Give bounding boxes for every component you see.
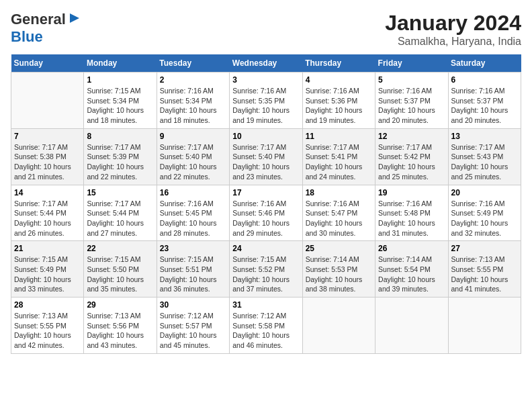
calendar-cell: 4Sunrise: 7:16 AM Sunset: 5:36 PM Daylig… [302, 73, 375, 129]
day-info: Sunrise: 7:13 AM Sunset: 5:55 PM Dayligh… [451, 255, 518, 294]
day-number: 20 [451, 188, 518, 197]
day-number: 5 [378, 75, 445, 85]
day-info: Sunrise: 7:17 AM Sunset: 5:40 PM Dayligh… [160, 142, 226, 182]
day-number: 1 [87, 75, 153, 85]
calendar-cell [375, 298, 448, 354]
day-number: 6 [451, 75, 518, 85]
day-info: Sunrise: 7:16 AM Sunset: 5:48 PM Dayligh… [378, 199, 445, 238]
calendar-cell: 9Sunrise: 7:17 AM Sunset: 5:40 PM Daylig… [157, 128, 229, 185]
calendar-header-row: SundayMondayTuesdayWednesdayThursdayFrid… [11, 54, 521, 73]
day-number: 31 [232, 300, 299, 310]
calendar-cell: 30Sunrise: 7:12 AM Sunset: 5:57 PM Dayli… [157, 298, 229, 354]
day-info: Sunrise: 7:17 AM Sunset: 5:42 PM Dayligh… [378, 142, 445, 182]
logo-arrow-icon [69, 12, 81, 27]
day-number: 14 [14, 188, 81, 197]
svg-marker-0 [70, 13, 79, 23]
day-info: Sunrise: 7:12 AM Sunset: 5:57 PM Dayligh… [160, 311, 226, 351]
weekday-header-friday: Friday [375, 54, 448, 73]
logo-general: General [11, 11, 66, 28]
day-number: 21 [14, 244, 81, 253]
calendar-cell: 1Sunrise: 7:15 AM Sunset: 5:34 PM Daylig… [84, 73, 157, 129]
day-number: 4 [306, 75, 372, 85]
day-info: Sunrise: 7:16 AM Sunset: 5:47 PM Dayligh… [306, 199, 372, 238]
day-number: 12 [378, 132, 445, 141]
calendar-cell: 20Sunrise: 7:16 AM Sunset: 5:49 PM Dayli… [448, 185, 521, 241]
calendar-cell: 12Sunrise: 7:17 AM Sunset: 5:42 PM Dayli… [375, 128, 448, 185]
calendar-cell: 27Sunrise: 7:13 AM Sunset: 5:55 PM Dayli… [448, 241, 521, 298]
day-info: Sunrise: 7:17 AM Sunset: 5:43 PM Dayligh… [451, 142, 518, 182]
logo: General Blue [11, 11, 81, 46]
calendar-cell: 10Sunrise: 7:17 AM Sunset: 5:40 PM Dayli… [230, 128, 302, 185]
day-info: Sunrise: 7:16 AM Sunset: 5:34 PM Dayligh… [160, 86, 226, 126]
day-info: Sunrise: 7:16 AM Sunset: 5:46 PM Dayligh… [232, 199, 299, 238]
day-number: 30 [160, 300, 226, 310]
day-info: Sunrise: 7:17 AM Sunset: 5:41 PM Dayligh… [306, 142, 372, 182]
day-info: Sunrise: 7:17 AM Sunset: 5:40 PM Dayligh… [232, 142, 299, 182]
day-info: Sunrise: 7:16 AM Sunset: 5:49 PM Dayligh… [451, 199, 518, 238]
weekday-header-saturday: Saturday [448, 54, 521, 73]
title-block: January 2024 Samalkha, Haryana, India [385, 11, 521, 48]
calendar-cell: 2Sunrise: 7:16 AM Sunset: 5:34 PM Daylig… [157, 73, 229, 129]
day-number: 25 [306, 244, 372, 253]
day-info: Sunrise: 7:15 AM Sunset: 5:51 PM Dayligh… [160, 255, 226, 294]
calendar-week-row: 14Sunrise: 7:17 AM Sunset: 5:44 PM Dayli… [11, 185, 521, 241]
day-info: Sunrise: 7:16 AM Sunset: 5:36 PM Dayligh… [306, 86, 372, 126]
weekday-header-sunday: Sunday [11, 54, 84, 73]
calendar-week-row: 1Sunrise: 7:15 AM Sunset: 5:34 PM Daylig… [11, 73, 521, 129]
calendar-cell: 14Sunrise: 7:17 AM Sunset: 5:44 PM Dayli… [11, 185, 84, 241]
calendar-cell: 28Sunrise: 7:13 AM Sunset: 5:55 PM Dayli… [11, 298, 84, 354]
calendar-cell: 16Sunrise: 7:16 AM Sunset: 5:45 PM Dayli… [157, 185, 229, 241]
day-info: Sunrise: 7:15 AM Sunset: 5:49 PM Dayligh… [14, 255, 81, 294]
day-info: Sunrise: 7:15 AM Sunset: 5:52 PM Dayligh… [232, 255, 299, 294]
calendar-cell: 3Sunrise: 7:16 AM Sunset: 5:35 PM Daylig… [230, 73, 302, 129]
day-info: Sunrise: 7:16 AM Sunset: 5:37 PM Dayligh… [451, 86, 518, 126]
calendar-cell: 31Sunrise: 7:12 AM Sunset: 5:58 PM Dayli… [230, 298, 302, 354]
day-number: 13 [451, 132, 518, 141]
day-number: 8 [87, 132, 153, 141]
calendar-cell: 18Sunrise: 7:16 AM Sunset: 5:47 PM Dayli… [302, 185, 375, 241]
calendar-cell: 13Sunrise: 7:17 AM Sunset: 5:43 PM Dayli… [448, 128, 521, 185]
calendar-week-row: 28Sunrise: 7:13 AM Sunset: 5:55 PM Dayli… [11, 298, 521, 354]
day-number: 2 [160, 75, 226, 85]
calendar-week-row: 7Sunrise: 7:17 AM Sunset: 5:38 PM Daylig… [11, 128, 521, 185]
calendar-cell: 29Sunrise: 7:13 AM Sunset: 5:56 PM Dayli… [84, 298, 157, 354]
day-number: 18 [306, 188, 372, 197]
day-number: 27 [451, 244, 518, 253]
page-header: General Blue January 2024 Samalkha, Hary… [11, 11, 521, 48]
calendar-cell: 17Sunrise: 7:16 AM Sunset: 5:46 PM Dayli… [230, 185, 302, 241]
day-number: 3 [232, 75, 299, 85]
day-info: Sunrise: 7:14 AM Sunset: 5:54 PM Dayligh… [378, 255, 445, 294]
calendar-cell: 6Sunrise: 7:16 AM Sunset: 5:37 PM Daylig… [448, 73, 521, 129]
calendar-cell: 21Sunrise: 7:15 AM Sunset: 5:49 PM Dayli… [11, 241, 84, 298]
day-number: 11 [306, 132, 372, 141]
weekday-header-tuesday: Tuesday [157, 54, 229, 73]
calendar-cell [448, 298, 521, 354]
day-number: 7 [14, 132, 81, 141]
day-info: Sunrise: 7:17 AM Sunset: 5:44 PM Dayligh… [14, 199, 81, 238]
calendar-cell: 26Sunrise: 7:14 AM Sunset: 5:54 PM Dayli… [375, 241, 448, 298]
day-number: 16 [160, 188, 226, 197]
day-info: Sunrise: 7:12 AM Sunset: 5:58 PM Dayligh… [232, 311, 299, 351]
weekday-header-monday: Monday [84, 54, 157, 73]
day-number: 28 [14, 300, 81, 310]
day-number: 19 [378, 188, 445, 197]
day-number: 26 [378, 244, 445, 253]
page-title: January 2024 [385, 11, 521, 36]
day-info: Sunrise: 7:17 AM Sunset: 5:44 PM Dayligh… [87, 199, 153, 238]
calendar-table: SundayMondayTuesdayWednesdayThursdayFrid… [11, 54, 521, 354]
day-info: Sunrise: 7:14 AM Sunset: 5:53 PM Dayligh… [306, 255, 372, 294]
weekday-header-thursday: Thursday [302, 54, 375, 73]
page-subtitle: Samalkha, Haryana, India [385, 36, 521, 48]
logo-blue: Blue [11, 28, 43, 45]
day-info: Sunrise: 7:16 AM Sunset: 5:35 PM Dayligh… [232, 86, 299, 126]
day-number: 29 [87, 300, 153, 310]
day-number: 17 [232, 188, 299, 197]
calendar-cell: 7Sunrise: 7:17 AM Sunset: 5:38 PM Daylig… [11, 128, 84, 185]
calendar-body: 1Sunrise: 7:15 AM Sunset: 5:34 PM Daylig… [11, 73, 521, 354]
calendar-cell: 15Sunrise: 7:17 AM Sunset: 5:44 PM Dayli… [84, 185, 157, 241]
calendar-cell [302, 298, 375, 354]
day-info: Sunrise: 7:13 AM Sunset: 5:56 PM Dayligh… [87, 311, 153, 351]
calendar-cell: 25Sunrise: 7:14 AM Sunset: 5:53 PM Dayli… [302, 241, 375, 298]
day-info: Sunrise: 7:17 AM Sunset: 5:39 PM Dayligh… [87, 142, 153, 182]
calendar-cell: 22Sunrise: 7:15 AM Sunset: 5:50 PM Dayli… [84, 241, 157, 298]
